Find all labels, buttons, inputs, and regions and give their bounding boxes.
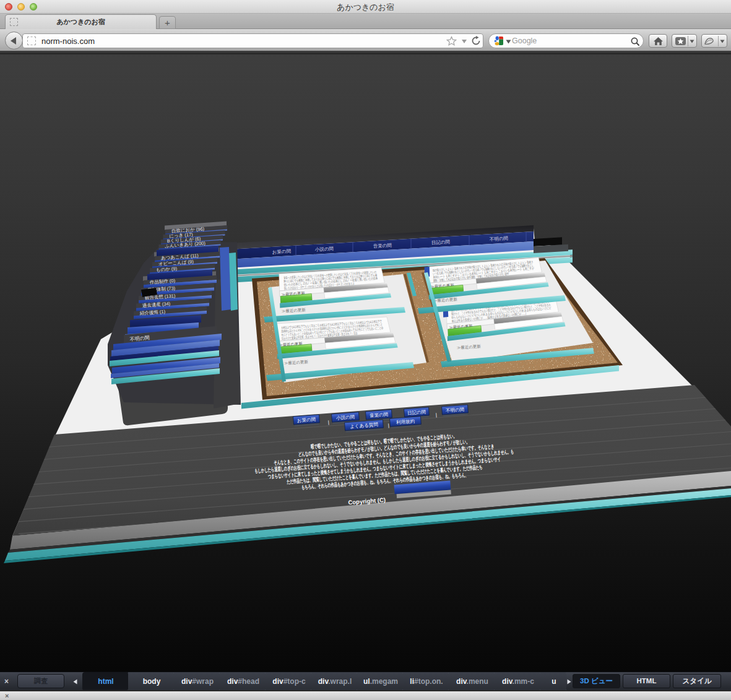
svg-text:日記の間: 日記の間	[431, 239, 451, 246]
svg-text:お菜の間: お菜の間	[272, 248, 291, 255]
svg-text:小説の間: 小説の間	[314, 246, 334, 253]
svg-text:不明の間: 不明の間	[490, 235, 509, 242]
svg-text:音楽の間: 音楽の間	[373, 243, 392, 249]
